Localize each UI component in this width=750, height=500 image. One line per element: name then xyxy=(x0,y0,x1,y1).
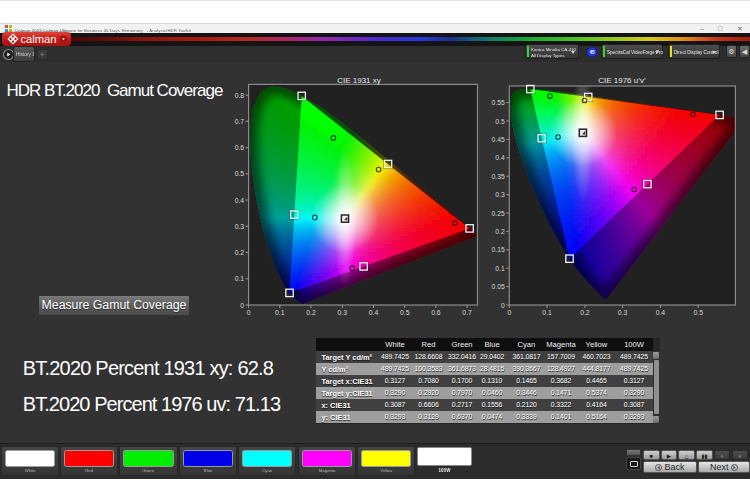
svg-text:0.25: 0.25 xyxy=(492,210,505,217)
svg-text:0.6: 0.6 xyxy=(235,144,245,151)
svg-text:0.35: 0.35 xyxy=(492,173,505,180)
svg-text:0.1: 0.1 xyxy=(275,309,285,316)
svg-text:0.15: 0.15 xyxy=(492,246,505,253)
svg-text:0.5: 0.5 xyxy=(693,309,703,316)
svg-text:0.2: 0.2 xyxy=(580,309,590,316)
svg-text:0: 0 xyxy=(240,302,244,309)
svg-text:0.8: 0.8 xyxy=(235,92,245,99)
svg-text:0: 0 xyxy=(507,309,511,316)
svg-text:0.3: 0.3 xyxy=(618,309,628,316)
svg-text:0.1: 0.1 xyxy=(542,309,552,316)
svg-text:0.3: 0.3 xyxy=(495,191,505,198)
svg-text:0.5: 0.5 xyxy=(495,118,505,125)
svg-text:0.5: 0.5 xyxy=(400,309,410,316)
svg-text:0: 0 xyxy=(501,302,505,309)
svg-text:0.2: 0.2 xyxy=(495,228,505,235)
svg-text:0.2: 0.2 xyxy=(306,309,316,316)
svg-text:0.4: 0.4 xyxy=(235,197,245,204)
svg-text:0: 0 xyxy=(247,309,251,316)
svg-text:0.3: 0.3 xyxy=(235,223,245,230)
svg-text:0.5: 0.5 xyxy=(235,170,245,177)
svg-text:CIE 1931 xy: CIE 1931 xy xyxy=(337,76,381,85)
svg-text:0.4: 0.4 xyxy=(656,309,666,316)
svg-text:0.7: 0.7 xyxy=(235,118,245,125)
svg-text:CIE 1976 u’v’: CIE 1976 u’v’ xyxy=(598,76,646,85)
svg-text:0.4: 0.4 xyxy=(495,154,505,161)
svg-text:0.2: 0.2 xyxy=(235,249,245,256)
svg-text:0.7: 0.7 xyxy=(462,309,472,316)
svg-text:0.05: 0.05 xyxy=(492,283,505,290)
svg-text:0.1: 0.1 xyxy=(495,265,505,272)
svg-text:0.3: 0.3 xyxy=(338,309,348,316)
svg-text:0.45: 0.45 xyxy=(492,136,505,143)
svg-text:0.4: 0.4 xyxy=(369,309,379,316)
svg-text:0.6: 0.6 xyxy=(431,309,441,316)
svg-text:0.1: 0.1 xyxy=(235,275,245,282)
svg-text:0.55: 0.55 xyxy=(492,99,505,106)
